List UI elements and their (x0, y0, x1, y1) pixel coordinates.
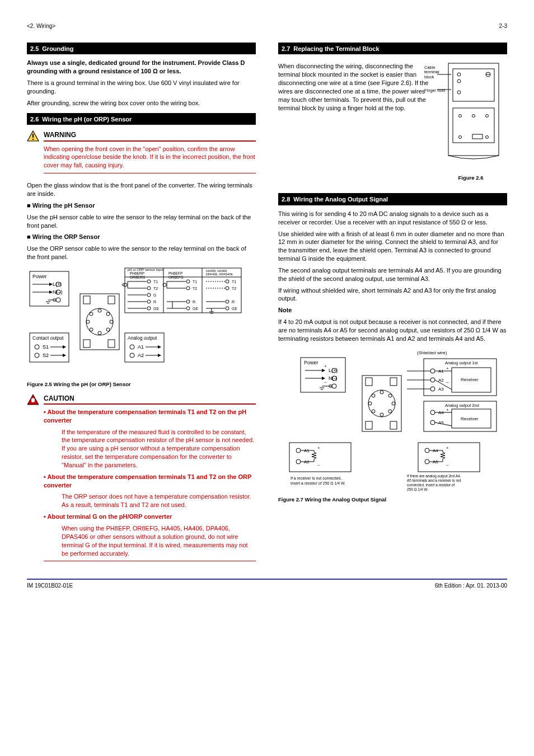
svg-text:+: + (446, 366, 449, 371)
svg-point-24 (106, 312, 110, 316)
left-column: 2.5 Grounding Always use a single, dedic… (27, 37, 256, 569)
svg-point-62 (186, 300, 190, 303)
svg-point-176 (296, 448, 301, 453)
section-2-5-num: 2.5 (30, 45, 39, 53)
svg-text:T1: T1 (153, 280, 158, 284)
warning-label: WARNING (44, 130, 256, 139)
s28-p1: This wiring is for sending 4 to 20 mA DC… (278, 210, 507, 227)
caution-b2-head: • About the temperature compensation ter… (44, 473, 251, 489)
svg-marker-92 (158, 345, 161, 349)
svg-text:+: + (324, 364, 327, 369)
svg-text:+: + (446, 445, 449, 450)
svg-point-150 (430, 369, 435, 373)
svg-point-75 (226, 287, 229, 290)
svg-marker-96 (158, 354, 161, 357)
svg-text:R: R (153, 300, 156, 304)
fig-2-6-caption: Figure 2.6 (434, 175, 507, 182)
svg-point-156 (430, 387, 435, 391)
section-2-5-title: Grounding (42, 45, 73, 53)
svg-point-25 (110, 320, 113, 323)
svg-point-29 (86, 320, 90, 323)
svg-rect-142 (390, 378, 397, 386)
svg-text:A1: A1 (138, 344, 144, 350)
svg-text:GE: GE (193, 307, 198, 311)
svg-rect-2 (32, 139, 34, 140)
svg-rect-143 (366, 421, 372, 429)
caution-block: CAUTION • About the temperature compensa… (27, 394, 256, 566)
svg-point-55 (124, 283, 127, 287)
s25-p2: There is a ground terminal in the wiring… (27, 79, 256, 96)
d27-note-left: If a receiver is not connected,insert a … (291, 476, 345, 485)
svg-point-102 (457, 91, 461, 94)
svg-text:–: – (446, 462, 449, 467)
svg-point-93 (130, 353, 134, 358)
svg-text:+: + (317, 445, 320, 450)
caution-hand-icon (27, 394, 39, 566)
svg-text:A3: A3 (438, 387, 444, 392)
s26-open-glass: Open the glass window that is the front … (27, 181, 256, 198)
svg-text:Power: Power (304, 360, 318, 365)
caution-b1-head: • About the temperature compensation ter… (44, 408, 246, 424)
section-2-5-bar: 2.5 Grounding (27, 43, 256, 55)
header-left: <2. Wiring> (27, 22, 55, 30)
page-header: <2. Wiring> 2-3 (27, 22, 507, 30)
svg-point-18 (35, 353, 39, 358)
svg-point-110 (486, 115, 489, 118)
svg-point-108 (459, 115, 462, 118)
section-2-7-title: Replacing the Terminal Block (293, 45, 379, 53)
svg-text:GE: GE (232, 307, 237, 311)
svg-point-58 (186, 280, 190, 283)
page-footer: IM 19C01B02-01E 6th Edition : Apr. 01. 2… (0, 579, 534, 590)
svg-point-185 (425, 448, 429, 453)
figure-2-6-diagram: Cable terminal block Finger hold Figure … (434, 59, 507, 187)
svg-text:–: – (446, 379, 449, 384)
svg-marker-120 (322, 369, 325, 372)
s25-p3: After grounding, screw the wiring box co… (27, 99, 256, 107)
svg-text:–: – (446, 422, 449, 427)
svg-point-137 (380, 413, 383, 416)
svg-point-100 (457, 73, 461, 76)
svg-rect-1 (32, 134, 34, 138)
svg-rect-33 (83, 340, 90, 348)
svg-rect-32 (108, 296, 115, 304)
section-2-6-num: 2.6 (30, 115, 39, 124)
d25-analog-title: Analog output (128, 335, 157, 341)
section-2-8-num: 2.8 (282, 195, 290, 204)
s26-orp-subhead: ■ Wiring the ORP Sensor (27, 233, 256, 241)
svg-text:Receiver: Receiver (461, 416, 479, 421)
svg-point-111 (459, 136, 462, 139)
svg-point-10 (56, 298, 60, 302)
svg-rect-184 (418, 443, 480, 472)
svg-point-15 (35, 345, 39, 349)
svg-text:A5: A5 (438, 420, 444, 425)
svg-point-89 (130, 345, 134, 349)
svg-text:T1: T1 (232, 280, 236, 284)
svg-point-109 (472, 115, 475, 118)
svg-point-136 (388, 410, 392, 413)
section-2-7-bar: 2.7 Replacing the Terminal Block (278, 43, 507, 55)
svg-point-23 (98, 309, 101, 312)
svg-text:Receiver: Receiver (461, 377, 479, 382)
s28-p2: Use shielded wire with a finish of at le… (278, 230, 507, 263)
svg-point-138 (372, 410, 375, 413)
svg-point-41 (147, 287, 151, 290)
svg-point-47 (147, 307, 151, 310)
section-2-6-title: Wiring the pH (or ORP) Sensor (42, 115, 132, 124)
svg-point-179 (296, 459, 301, 464)
svg-point-127 (332, 384, 336, 388)
caution-label: CAUTION (44, 394, 256, 403)
fig26-ann-hold: Finger hold (424, 88, 447, 93)
caution-b3-body: When using the PH8EFP, OR8EFG, HA405, HA… (62, 524, 256, 557)
warning-rule-bottom (44, 173, 256, 173)
svg-rect-31 (83, 296, 90, 304)
svg-point-30 (90, 312, 93, 316)
svg-point-28 (90, 328, 93, 331)
warning-rule-top (44, 140, 256, 142)
svg-rect-141 (366, 378, 372, 386)
warning-block: WARNING When opening the front cover in … (27, 130, 256, 178)
svg-text:G: G (153, 293, 156, 297)
svg-point-77 (226, 300, 229, 303)
s28-p4: If wiring without shielded wire, short t… (278, 287, 507, 303)
svg-point-167 (430, 410, 435, 415)
s26-orp-body: Use the ORP sensor cable to wire the sen… (27, 245, 256, 261)
